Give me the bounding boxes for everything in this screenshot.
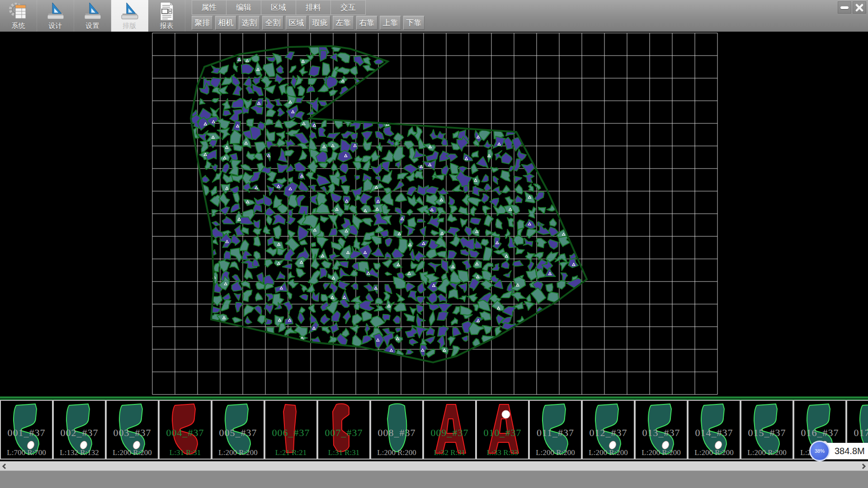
tool-button-snap-bottom[interactable]: 下靠 — [403, 16, 425, 30]
chevron-right-icon — [861, 464, 866, 469]
menu-tab-region[interactable]: 区域 — [261, 0, 296, 15]
piece-label: 013_#37 — [636, 427, 687, 439]
piece-lr-count: L:200 R:200 — [107, 448, 158, 457]
progress-percent: 38% — [815, 448, 825, 454]
design-icon — [45, 1, 66, 21]
nesting-drawing[interactable] — [0, 32, 868, 397]
piece-thumbnail-strip: 001_#37 L:700 R:700 002_#37 L:132 R:132 … — [0, 397, 868, 461]
piece-label: 009_#37 — [424, 427, 475, 439]
window-controls — [838, 1, 866, 14]
menu-tab-row: 属性编辑区域排料交互 — [192, 0, 366, 15]
piece-label: 012_#37 — [583, 427, 634, 439]
tool-button-defect[interactable]: 瑕疵 — [309, 16, 330, 30]
memory-status-badge: 384.8M 38% — [816, 443, 868, 459]
nested-pieces[interactable] — [189, 45, 581, 359]
toolbar-item-report[interactable]: 报表 — [148, 0, 185, 32]
toolbar-item-label: 系统 — [12, 22, 25, 30]
system-icon — [8, 1, 29, 21]
toolbar-item-label: 设置 — [86, 22, 99, 30]
toolbar-item-label: 排版 — [123, 22, 137, 30]
tool-button-cut-all[interactable]: 全割 — [262, 16, 283, 30]
piece-lr-count: L:33 R:33 — [477, 448, 528, 457]
thumbnail-cell-007_#37[interactable]: 007_#37 L:31 R:31 — [317, 400, 370, 460]
thumbnail-cell-011_#37[interactable]: 011_#37 L:200 R:200 — [529, 400, 582, 460]
toolbar-item-label: 设计 — [49, 22, 62, 30]
main-toolbar: 系统设计设置排版报表 — [0, 0, 185, 32]
piece-label: 011_#37 — [530, 427, 581, 439]
toolbar-item-settings[interactable]: 设置 — [74, 0, 111, 32]
tool-button-snap-top[interactable]: 上靠 — [380, 16, 401, 30]
piece-lr-count: L:200 R:200 — [530, 448, 581, 457]
tool-button-row: 聚排相机选割全割区域瑕疵左靠右靠上靠下靠 — [192, 16, 425, 30]
thumbnail-cell-006_#37[interactable]: 006_#37 L:21 R:21 — [264, 400, 317, 460]
thumbnail-cell-013_#37[interactable]: 013_#37 L:200 R:200 — [635, 400, 688, 460]
close-button[interactable] — [853, 1, 866, 14]
piece-lr-count: L:200 R:200 — [212, 448, 264, 457]
menu-tab-edit[interactable]: 编辑 — [226, 0, 261, 15]
piece-label: 016_#37 — [794, 427, 845, 439]
piece-label: 006_#37 — [265, 427, 316, 439]
toolbar-item-design[interactable]: 设计 — [37, 0, 74, 32]
menu-tab-interactive[interactable]: 交互 — [331, 0, 366, 15]
scroll-left-button[interactable] — [0, 462, 9, 471]
thumbnail-cell-012_#37[interactable]: 012_#37 L:200 R:200 — [582, 400, 635, 460]
piece-lr-count: L:200 R:200 — [689, 448, 740, 457]
piece-lr-count: L:700 R:700 — [1, 448, 52, 457]
settings-icon — [82, 1, 103, 21]
piece-label: 014_#37 — [689, 427, 740, 439]
thumbnail-list: 001_#37 L:700 R:700 002_#37 L:132 R:132 … — [0, 400, 868, 460]
tool-button-snap-left[interactable]: 左靠 — [333, 16, 354, 30]
thumbnail-cell-015_#37[interactable]: 015_#37 L:200 R:200 — [741, 400, 793, 460]
tool-button-region[interactable]: 区域 — [286, 16, 307, 30]
thumbnail-cell-001_#37[interactable]: 001_#37 L:700 R:700 — [0, 400, 53, 460]
piece-label: 008_#37 — [371, 427, 422, 439]
tool-button-select-cut[interactable]: 选割 — [239, 16, 260, 30]
thumbnail-cell-004_#37[interactable]: 004_#37 L:31 R:31 — [159, 400, 212, 460]
thumbnail-cell-008_#37[interactable]: 008_#37 L:200 R:200 — [370, 400, 423, 460]
tool-button-camera[interactable]: 相机 — [215, 16, 236, 30]
piece-label: 003_#37 — [107, 427, 158, 439]
piece-label: 004_#37 — [160, 427, 211, 439]
progress-circle: 38% — [809, 441, 830, 461]
tool-button-cluster-nest[interactable]: 聚排 — [192, 16, 213, 30]
piece-lr-count: L:31 R:31 — [318, 448, 369, 457]
thumbnail-cell-005_#37[interactable]: 005_#37 L:200 R:200 — [212, 400, 264, 460]
minimize-button[interactable] — [838, 1, 851, 14]
piece-lr-count: L:200 R:200 — [371, 448, 422, 457]
piece-label: 001_#37 — [1, 427, 52, 439]
menu-tab-nesting[interactable]: 排料 — [296, 0, 331, 15]
menu-tab-properties[interactable]: 属性 — [192, 0, 226, 15]
thumbnail-cell-009_#37[interactable]: 009_#37 L:32 R:31 — [423, 400, 476, 460]
chevron-left-icon — [2, 464, 7, 469]
memory-pill: 384.8M 38% — [816, 443, 868, 459]
toolbar-item-system[interactable]: 系统 — [0, 0, 37, 32]
thumbnail-cell-003_#37[interactable]: 003_#37 L:200 R:200 — [106, 400, 159, 460]
piece-lr-count: L:31 R:31 — [160, 448, 211, 457]
thumbnail-cell-002_#37[interactable]: 002_#37 L:132 R:132 — [53, 400, 106, 460]
piece-lr-count: L:200 R:200 — [741, 448, 793, 457]
piece-label: 005_#37 — [212, 427, 264, 439]
toolbar-item-layout[interactable]: 排版 — [111, 0, 148, 32]
piece-label: 010_#37 — [477, 427, 528, 439]
horizontal-scrollbar[interactable] — [0, 461, 868, 470]
piece-label: 002_#37 — [54, 427, 105, 439]
strip-second-line — [0, 399, 868, 399]
minimize-icon — [840, 6, 849, 9]
status-bar — [0, 470, 868, 488]
nesting-canvas[interactable] — [0, 32, 868, 397]
close-icon — [855, 4, 863, 12]
piece-label: 007_#37 — [318, 427, 369, 439]
tool-button-snap-right[interactable]: 右靠 — [356, 16, 377, 30]
piece-label: 015_#37 — [741, 427, 793, 439]
title-toolbar: 系统设计设置排版报表 属性编辑区域排料交互 聚排相机选割全割区域瑕疵左靠右靠上靠… — [0, 0, 868, 32]
scroll-right-button[interactable] — [859, 462, 868, 471]
piece-label: 017_#37 — [847, 427, 868, 439]
memory-value: 384.8M — [835, 446, 865, 456]
thumbnail-cell-014_#37[interactable]: 014_#37 L:200 R:200 — [688, 400, 741, 460]
toolbar-item-label: 报表 — [160, 22, 174, 30]
thumbnail-cell-010_#37[interactable]: 010_#37 L:33 R:33 — [476, 400, 529, 460]
layout-icon — [119, 1, 140, 21]
piece-lr-count: L:200 R:200 — [636, 448, 687, 457]
piece-lr-count: L:32 R:31 — [424, 448, 475, 457]
piece-lr-count: L:132 R:132 — [54, 448, 105, 457]
